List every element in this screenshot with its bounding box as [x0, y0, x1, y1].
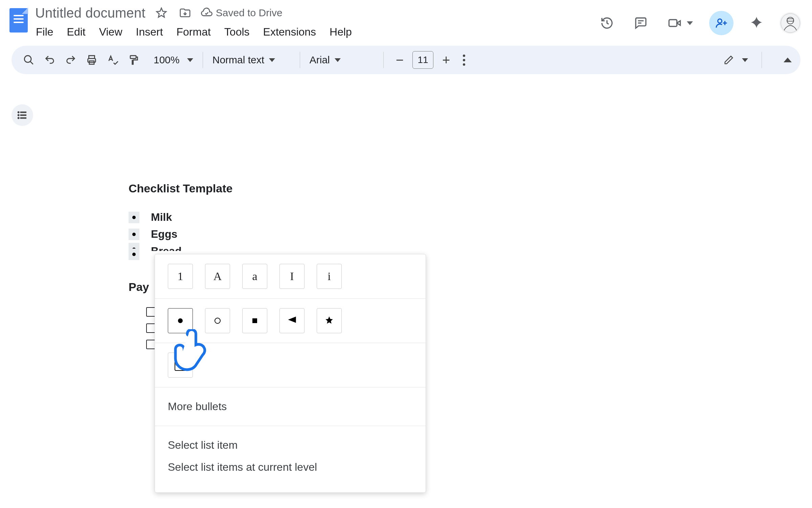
bullet-disc[interactable]	[168, 308, 193, 333]
chevron-down-icon	[269, 58, 275, 62]
select-items-at-level[interactable]: Select list items at current level	[168, 456, 413, 478]
menu-view[interactable]: View	[98, 24, 123, 40]
bullet-arrow[interactable]	[279, 308, 304, 333]
chevron-down-icon	[335, 58, 341, 62]
svg-rect-10	[20, 112, 26, 113]
editing-mode-select[interactable]	[724, 55, 748, 65]
bullet-star[interactable]	[317, 308, 342, 333]
checkbox-option-row	[155, 343, 426, 387]
list-prefix-a[interactable]: a	[242, 264, 267, 289]
list-prefix-i[interactable]: i	[317, 264, 342, 289]
bullet-list[interactable]: Milk Eggs Bread	[129, 209, 568, 258]
search-icon[interactable]	[20, 51, 37, 68]
svg-point-2	[781, 14, 800, 33]
list-prefix-A[interactable]: A	[205, 264, 230, 289]
bullet-icon[interactable]	[129, 249, 139, 260]
list-item: Eggs	[129, 226, 568, 243]
chevron-down-icon	[742, 58, 748, 62]
list-prefix-1[interactable]: 1	[168, 264, 193, 289]
menu-file[interactable]: File	[35, 24, 54, 40]
bullet-icon[interactable]	[129, 212, 139, 223]
docs-logo-icon[interactable]	[7, 4, 30, 37]
redo-icon[interactable]	[62, 51, 79, 68]
list-prefix-I[interactable]: I	[279, 264, 304, 289]
undo-icon[interactable]	[41, 51, 58, 68]
save-status-text: Saved to Drive	[216, 7, 283, 19]
more-bullets-item[interactable]: More bullets	[168, 396, 413, 418]
print-icon[interactable]	[83, 51, 100, 68]
meet-button[interactable]	[666, 14, 693, 32]
zoom-select[interactable]: 100%	[150, 54, 193, 66]
bullet-options-row	[155, 299, 426, 343]
list-options-menu: 1 A a I i More bullets Select list item …	[155, 254, 426, 493]
font-value: Arial	[310, 54, 330, 66]
bullet-square[interactable]	[242, 308, 267, 333]
svg-point-5	[24, 56, 31, 62]
list-item: Milk	[129, 209, 568, 226]
title-bar: Untitled document Saved to Drive File Ed…	[0, 0, 812, 40]
menu-insert[interactable]: Insert	[135, 24, 163, 40]
gemini-icon[interactable]	[750, 16, 763, 30]
svg-point-9	[18, 111, 19, 113]
main-menu: File Edit View Insert Format Tools Exten…	[35, 24, 353, 40]
font-size-input[interactable]: 11	[412, 51, 433, 69]
paragraph-style-value: Normal text	[212, 54, 264, 66]
spellcheck-icon[interactable]	[104, 51, 121, 68]
list-item: Bread	[129, 243, 568, 251]
font-select[interactable]: Arial	[310, 54, 374, 66]
account-avatar[interactable]	[780, 12, 801, 34]
menu-edit[interactable]: Edit	[66, 24, 86, 40]
menu-tools[interactable]: Tools	[224, 24, 250, 40]
checkbox-icon[interactable]	[146, 323, 156, 333]
more-options-icon[interactable]	[463, 55, 465, 66]
font-size-control: − 11 +	[393, 51, 453, 69]
paragraph-style-select[interactable]: Normal text	[212, 54, 290, 66]
history-icon[interactable]	[598, 14, 616, 32]
header-actions	[598, 4, 801, 35]
numbered-options-row: 1 A a I i	[155, 254, 426, 298]
menu-help[interactable]: Help	[329, 24, 353, 40]
chevron-down-icon[interactable]	[687, 21, 693, 25]
menu-format[interactable]: Format	[176, 24, 211, 40]
svg-point-1	[718, 19, 722, 23]
paint-format-icon[interactable]	[125, 51, 142, 68]
bullet-icon[interactable]	[129, 229, 139, 240]
decrease-font-size-button[interactable]: −	[393, 53, 406, 67]
checkbox-icon[interactable]	[146, 340, 156, 349]
collapse-toolbar-icon[interactable]	[784, 58, 792, 62]
bullet-checkbox[interactable]	[168, 353, 193, 378]
svg-point-13	[18, 117, 19, 119]
toolbar: 100% Normal text Arial − 11 +	[12, 46, 800, 74]
svg-rect-8	[130, 56, 136, 59]
zoom-value: 100%	[154, 54, 180, 66]
show-outline-button[interactable]	[12, 104, 33, 126]
doc-heading-1[interactable]: Checklist Template	[129, 179, 568, 197]
bullet-ring[interactable]	[205, 308, 230, 333]
svg-rect-12	[20, 115, 26, 116]
star-icon[interactable]	[154, 5, 169, 21]
share-button[interactable]	[709, 11, 734, 35]
move-icon[interactable]	[177, 5, 193, 21]
svg-rect-0	[669, 20, 677, 26]
increase-font-size-button[interactable]: +	[439, 53, 453, 67]
svg-point-11	[18, 114, 19, 116]
document-title[interactable]: Untitled document	[35, 5, 145, 21]
menu-extensions[interactable]: Extensions	[263, 24, 317, 40]
select-list-item[interactable]: Select list item	[168, 434, 413, 456]
save-status: Saved to Drive	[201, 7, 283, 19]
chevron-down-icon	[187, 58, 193, 62]
video-icon[interactable]	[666, 14, 683, 32]
svg-rect-14	[20, 118, 26, 119]
comments-icon[interactable]	[632, 14, 650, 32]
checkbox-icon[interactable]	[146, 307, 156, 317]
